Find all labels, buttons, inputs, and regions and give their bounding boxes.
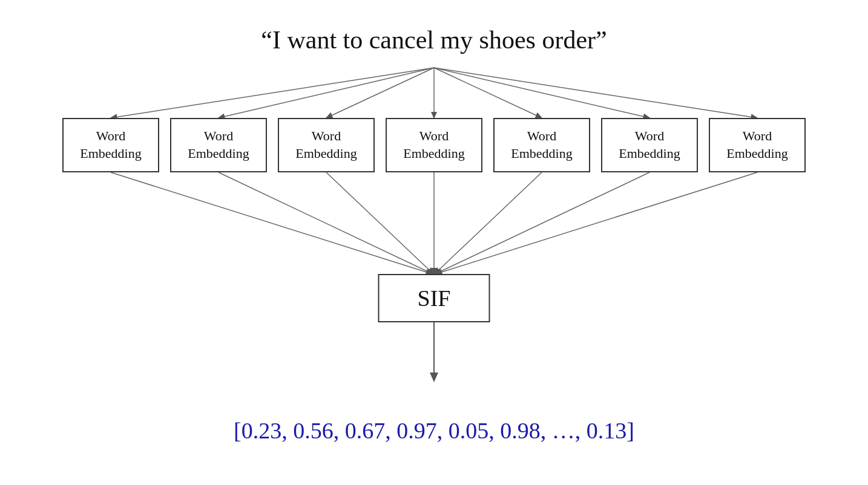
word-box-4: WordEmbedding [386, 118, 482, 172]
arrow-box1-sif [111, 172, 432, 274]
arrow-sentence-box2 [219, 68, 434, 118]
word-boxes-row: WordEmbedding WordEmbedding WordEmbeddin… [0, 118, 868, 172]
arrow-sentence-box6 [434, 68, 649, 118]
arrow-box5-sif [435, 172, 542, 274]
arrow-box6-sif [435, 172, 649, 274]
word-box-5: WordEmbedding [493, 118, 590, 172]
sif-box: SIF [378, 274, 490, 322]
word-box-6: WordEmbedding [601, 118, 698, 172]
arrow-sentence-box3 [326, 68, 434, 118]
word-box-7: WordEmbedding [709, 118, 806, 172]
arrow-box7-sif [436, 172, 757, 274]
output-vector: [0.23, 0.56, 0.67, 0.97, 0.05, 0.98, …, … [234, 417, 634, 444]
diagram-container: “I want to cancel my shoes order” [0, 0, 868, 485]
arrow-sentence-box1 [111, 68, 434, 118]
word-box-2: WordEmbedding [170, 118, 267, 172]
word-box-3: WordEmbedding [278, 118, 375, 172]
arrow-box2-sif [219, 172, 433, 274]
diagram-svg [0, 0, 868, 485]
arrow-sentence-box5 [434, 68, 542, 118]
word-box-1: WordEmbedding [62, 118, 159, 172]
arrow-box3-sif [326, 172, 433, 274]
arrow-sentence-box7 [434, 68, 757, 118]
